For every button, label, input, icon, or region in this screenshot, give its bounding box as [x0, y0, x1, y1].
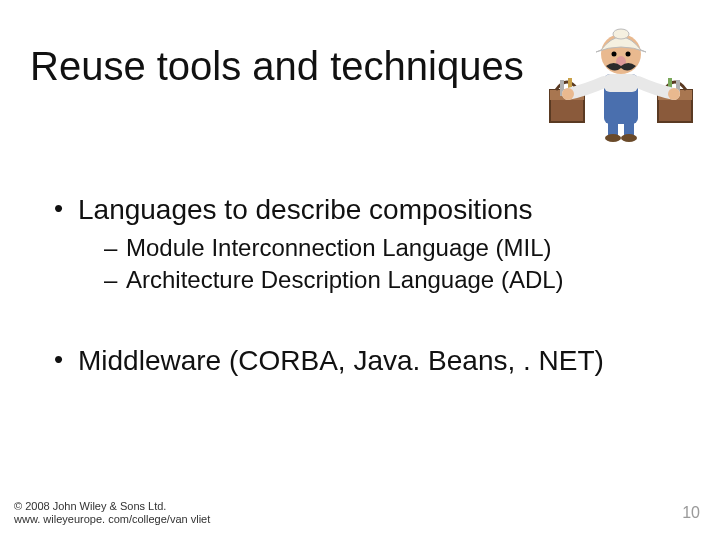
slide: Reuse tools and techniques — [0, 0, 720, 540]
svg-rect-17 — [608, 120, 618, 136]
svg-rect-18 — [624, 120, 634, 136]
page-number: 10 — [682, 504, 700, 522]
svg-point-10 — [562, 88, 574, 100]
bullet-languages: Languages to describe compositions — [48, 192, 672, 227]
svg-point-11 — [668, 88, 680, 100]
footer-copyright-block: © 2008 John Wiley & Sons Ltd. www. wiley… — [14, 500, 210, 526]
subbullet-adl: Architecture Description Language (ADL) — [48, 265, 672, 295]
svg-point-13 — [613, 29, 629, 39]
slide-body: Languages to describe compositions Modul… — [48, 192, 672, 384]
svg-point-15 — [626, 52, 631, 57]
svg-point-19 — [605, 134, 621, 142]
bullet-middleware: Middleware (CORBA, Java. Beans, . NET) — [48, 343, 672, 378]
svg-point-20 — [621, 134, 637, 142]
footer-copyright: © 2008 John Wiley & Sons Ltd. — [14, 500, 210, 513]
footer-url: www. wileyeurope. com/college/van vliet — [14, 513, 210, 526]
handyman-clipart — [546, 12, 696, 142]
slide-title: Reuse tools and techniques — [30, 44, 524, 89]
subbullet-mil: Module Interconnection Language (MIL) — [48, 233, 672, 263]
svg-point-14 — [612, 52, 617, 57]
